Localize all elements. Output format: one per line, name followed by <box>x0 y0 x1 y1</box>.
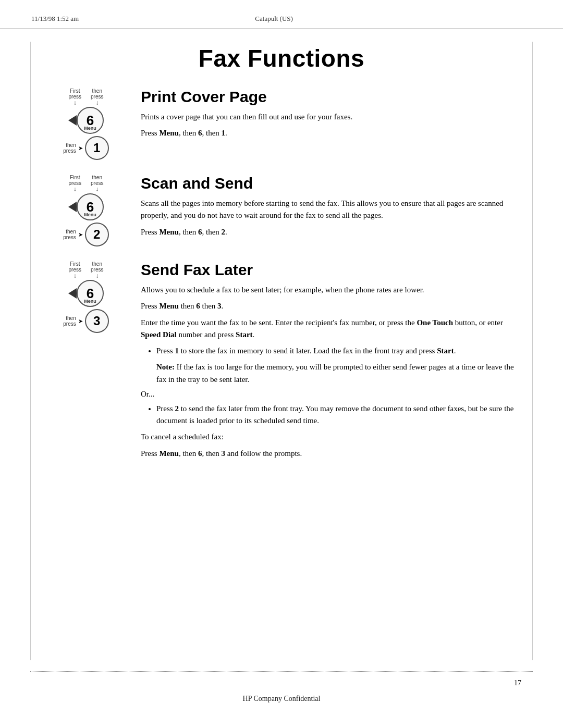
then-press-text-3: thenpress <box>63 315 76 327</box>
number-button-2[interactable]: 2 <box>85 223 109 246</box>
page-title: Fax Functions <box>42 44 521 72</box>
menu-label-2: Menu <box>84 212 96 217</box>
number-button-3[interactable]: 3 <box>85 309 109 333</box>
section-heading-1: Print Cover Page <box>141 88 521 106</box>
btn-labels-top-1: First press ↓ then press ↓ <box>69 88 104 106</box>
section-para-3b: Press Menu then 6 then 3. <box>141 300 521 312</box>
cancel-text: To cancel a scheduled fax: <box>141 431 521 443</box>
footer-confidential: HP Company Confidential <box>0 695 563 703</box>
section-para-2a: Scans all the pages into memory before s… <box>141 198 521 222</box>
button-diagram-3: First press ↓ then press ↓ 6 Menu <box>42 261 130 333</box>
header-title: Catapult (US) <box>255 15 293 23</box>
section-content-2: Scan and Send Scans all the pages into m… <box>141 175 521 242</box>
page-header: 11/13/98 1:52 am Catapult (US) <box>0 0 563 29</box>
menu-button-1[interactable]: 6 Menu <box>77 107 104 134</box>
section-print-cover-page: First press ↓ then press ↓ 6 Menu <box>42 88 521 160</box>
bullet-item-3a-1: Press 1 to store the fax in memory to se… <box>156 345 521 357</box>
arrow-down-4: ↓ <box>95 186 99 192</box>
triangle-icon-3 <box>68 288 77 299</box>
section-scan-and-send: First press ↓ then press ↓ 6 Menu <box>42 175 521 246</box>
then-press-label-top-1: then press ↓ <box>91 88 103 106</box>
bullet-item-3b-1: Press 2 to send the fax later from the f… <box>156 403 521 427</box>
section-send-fax-later: First press ↓ then press ↓ 6 Menu <box>42 261 521 464</box>
then-press-row-1: thenpress ➤ 1 <box>63 136 108 160</box>
button-diagram-2: First press ↓ then press ↓ 6 Menu <box>42 175 130 246</box>
section-para-3a: Allows you to schedule a fax to be sent … <box>141 284 521 296</box>
arrow-down-3: ↓ <box>74 186 77 192</box>
arrow-down-6: ↓ <box>95 273 99 279</box>
menu-label-3: Menu <box>84 299 96 304</box>
section-para-3note: Note: If the fax is too large for the me… <box>156 361 521 386</box>
section-heading-3: Send Fax Later <box>141 261 521 279</box>
then-arrow-3: ➤ <box>78 318 83 325</box>
section-content-1: Print Cover Page Prints a cover page tha… <box>141 88 521 144</box>
first-press-label-2: First press ↓ <box>69 175 81 192</box>
number-button-1[interactable]: 1 <box>85 136 109 160</box>
then-press-row-3: thenpress ➤ 3 <box>63 309 108 333</box>
then-press-label-top-3: then press ↓ <box>91 261 103 279</box>
section-para-1b: Press Menu, then 6, then 1. <box>141 127 521 139</box>
right-margin-rule <box>532 42 533 660</box>
page: 11/13/98 1:52 am Catapult (US) Fax Funct… <box>0 0 563 728</box>
button-row-top-1: 6 Menu <box>68 107 104 134</box>
section-heading-2: Scan and Send <box>141 175 521 192</box>
then-press-label-top-2: then press ↓ <box>91 175 103 192</box>
triangle-icon-2 <box>68 202 77 212</box>
menu-button-3[interactable]: 6 Menu <box>77 280 104 307</box>
arrow-down-2: ↓ <box>95 100 99 106</box>
or-text: Or... <box>141 390 521 399</box>
arrow-down-1: ↓ <box>74 100 77 106</box>
button-row-top-2: 6 Menu <box>68 193 104 220</box>
section-para-3c: Enter the time you want the fax to be se… <box>141 317 521 341</box>
header-date: 11/13/98 1:52 am <box>31 15 79 23</box>
bullet-list-3a: Press 1 to store the fax in memory to se… <box>156 345 521 357</box>
cancel-press-text: Press Menu, then 6, then 3 and follow th… <box>141 448 521 460</box>
first-press-label-1: First press ↓ <box>69 88 81 106</box>
then-press-text-2: thenpress <box>63 229 76 240</box>
then-press-text-1: thenpress <box>63 142 76 154</box>
section-para-1a: Prints a cover page that you can then fi… <box>141 111 521 123</box>
triangle-icon-1 <box>68 115 77 126</box>
footer-dots <box>30 671 533 672</box>
then-press-row-2: thenpress ➤ 2 <box>63 223 108 246</box>
section-content-3: Send Fax Later Allows you to schedule a … <box>141 261 521 464</box>
menu-label-1: Menu <box>84 126 96 131</box>
then-arrow-2: ➤ <box>78 231 83 238</box>
btn-labels-top-2: First press ↓ then press ↓ <box>69 175 104 192</box>
button-row-top-3: 6 Menu <box>68 280 104 307</box>
bullet-list-3b: Press 2 to send the fax later from the f… <box>156 403 521 427</box>
left-margin-rule <box>30 42 31 660</box>
section-para-2b: Press Menu, then 6, then 2. <box>141 226 521 238</box>
main-content: Fax Functions First press ↓ then press ↓ <box>0 29 563 494</box>
menu-button-2[interactable]: 6 Menu <box>77 193 104 220</box>
button-diagram-1: First press ↓ then press ↓ 6 Menu <box>42 88 130 160</box>
btn-labels-top-3: First press ↓ then press ↓ <box>69 261 104 279</box>
then-arrow-1: ➤ <box>78 145 83 152</box>
first-press-label-3: First press ↓ <box>69 261 81 279</box>
footer-page-number: 17 <box>514 679 521 687</box>
arrow-down-5: ↓ <box>74 273 77 279</box>
